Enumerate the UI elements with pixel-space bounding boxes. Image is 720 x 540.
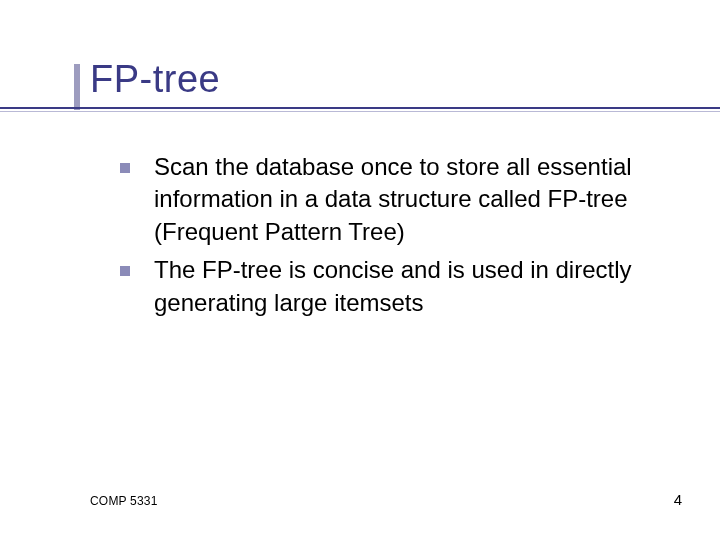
bullet-item: Scan the database once to store all esse… xyxy=(120,151,640,248)
square-bullet-icon xyxy=(120,266,130,276)
slide-footer: COMP 5331 4 xyxy=(90,491,682,508)
footer-course: COMP 5331 xyxy=(90,494,158,508)
bullet-text: Scan the database once to store all esse… xyxy=(154,151,640,248)
slide-body: Scan the database once to store all esse… xyxy=(90,139,680,319)
title-block: FP-tree xyxy=(90,58,680,101)
slide-title: FP-tree xyxy=(90,58,680,101)
square-bullet-icon xyxy=(120,163,130,173)
bullet-text: The FP-tree is concise and is used in di… xyxy=(154,254,640,319)
title-accent-bar xyxy=(74,64,80,110)
title-underline xyxy=(0,107,720,109)
slide: FP-tree Scan the database once to store … xyxy=(0,0,720,540)
bullet-item: The FP-tree is concise and is used in di… xyxy=(120,254,640,319)
footer-page-number: 4 xyxy=(674,491,682,508)
